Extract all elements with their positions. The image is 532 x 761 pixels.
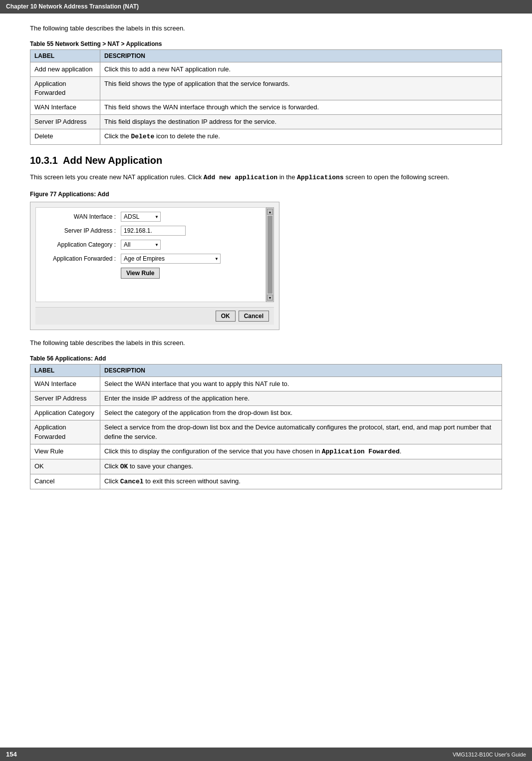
cancel-button[interactable]: Cancel: [239, 311, 269, 322]
wan-interface-select-wrapper[interactable]: ADSL: [121, 212, 161, 222]
table55-row2-label: Application Forwarded: [30, 76, 100, 100]
table56-row1-label: WAN Interface: [30, 377, 100, 391]
table56-caption: Table 56 Applications: Add: [30, 355, 502, 362]
form-row-app-category: Application Category : All: [41, 240, 261, 250]
table55-row4-desc: This field displays the destination IP a…: [100, 115, 502, 129]
table56-row7-desc: Click Cancel to exit this screen without…: [100, 474, 502, 489]
figure-77-box: WAN Interface : ADSL Server IP Address :: [30, 202, 279, 330]
table55-row1-desc: Click this to add a new NAT application …: [100, 62, 502, 76]
figure-scrollbar[interactable]: ▲ ▼: [266, 207, 274, 302]
table55-row4-label: Server IP Address: [30, 115, 100, 129]
ok-code: OK: [120, 463, 128, 470]
app-forwarded-label: Application Forwarded :: [41, 255, 121, 262]
table55-row5-label: Delete: [30, 129, 100, 144]
table55-row3-label: WAN Interface: [30, 100, 100, 115]
server-ip-input[interactable]: [121, 226, 186, 236]
footer-doc-title: VMG1312-B10C User's Guide: [453, 752, 526, 758]
page-container: Chapter 10 Network Address Translation (…: [0, 0, 532, 761]
app-forwarded-select[interactable]: Age of Empires: [121, 254, 221, 264]
table56-row7-label: Cancel: [30, 474, 100, 489]
table56-row4-label: Application Forwarded: [30, 420, 100, 444]
form-row-server-ip: Server IP Address :: [41, 226, 261, 236]
table56-row3-label: Application Category: [30, 406, 100, 420]
app-category-label: Application Category :: [41, 241, 121, 248]
form-row-view-rule: View Rule: [41, 268, 261, 279]
table-row: Delete Click the Delete icon to delete t…: [30, 129, 502, 144]
table-row: OK Click OK to save your changes.: [30, 459, 502, 474]
app-forwarded-select-wrapper[interactable]: Age of Empires: [121, 254, 221, 264]
figure-footer: OK Cancel: [35, 307, 274, 325]
delete-code: Delete: [131, 133, 154, 140]
form-row-wan: WAN Interface : ADSL: [41, 212, 261, 222]
app-category-select[interactable]: All: [121, 240, 161, 250]
ok-button[interactable]: OK: [216, 311, 236, 322]
table55-header-description: DESCRIPTION: [100, 49, 502, 62]
footer-bar: 154 VMG1312-B10C User's Guide: [0, 748, 532, 761]
table-56: LABEL DESCRIPTION WAN Interface Select t…: [30, 364, 502, 490]
cancel-code: Cancel: [120, 478, 144, 485]
table-row: WAN Interface This field shows the WAN i…: [30, 100, 502, 115]
table-55: LABEL DESCRIPTION Add new application Cl…: [30, 49, 502, 145]
figure77-caption: Figure 77 Applications: Add: [30, 191, 502, 198]
figure-spacer: [41, 283, 261, 298]
table55-caption: Table 55 Network Setting > NAT > Applica…: [30, 40, 502, 47]
table56-row2-desc: Enter the inside IP address of the appli…: [100, 391, 502, 406]
table-row: Cancel Click Cancel to exit this screen …: [30, 474, 502, 489]
table56-row6-desc: Click OK to save your changes.: [100, 459, 502, 474]
scroll-down-icon[interactable]: ▼: [267, 295, 273, 301]
figure-scroll-area: WAN Interface : ADSL Server IP Address :: [35, 207, 274, 302]
table56-row4-desc: Select a service from the drop-down list…: [100, 420, 502, 444]
table-row: WAN Interface Select the WAN interface t…: [30, 377, 502, 391]
table55-row2-desc: This field shows the type of application…: [100, 76, 502, 100]
scroll-up-icon[interactable]: ▲: [267, 209, 273, 215]
intro-paragraph-1: The following table describes the labels…: [30, 23, 502, 33]
table56-row1-desc: Select the WAN interface that you want t…: [100, 377, 502, 391]
view-rule-code: Application Fowarded: [322, 448, 400, 455]
table-row: Application Forwarded Select a service f…: [30, 420, 502, 444]
view-rule-button[interactable]: View Rule: [121, 268, 160, 279]
table-row: Application Category Select the category…: [30, 406, 502, 420]
scroll-thumb[interactable]: [267, 216, 272, 294]
wan-interface-select[interactable]: ADSL: [121, 212, 161, 222]
figure-inner: WAN Interface : ADSL Server IP Address :: [35, 207, 266, 302]
footer-page-number: 154: [6, 751, 17, 758]
main-content: The following table describes the labels…: [0, 13, 532, 748]
table56-row5-desc: Click this to display the configuration …: [100, 444, 502, 459]
intro-paragraph-2: The following table describes the labels…: [30, 338, 502, 348]
table55-header-label: LABEL: [30, 49, 100, 62]
table56-row5-label: View Rule: [30, 444, 100, 459]
table56-row3-desc: Select the category of the application f…: [100, 406, 502, 420]
section-intro: This screen lets you create new NAT appl…: [30, 172, 502, 183]
table-row: Server IP Address This field displays th…: [30, 115, 502, 129]
section-heading: 10.3.1 Add New Application: [30, 155, 502, 166]
table-row: Add new application Click this to add a …: [30, 62, 502, 76]
server-ip-label: Server IP Address :: [41, 227, 121, 234]
table55-row5-desc: Click the Delete icon to delete the rule…: [100, 129, 502, 144]
table56-header-label: LABEL: [30, 364, 100, 377]
table55-row1-label: Add new application: [30, 62, 100, 76]
table56-row2-label: Server IP Address: [30, 391, 100, 406]
table55-row3-desc: This field shows the WAN interface throu…: [100, 100, 502, 115]
header-text: Chapter 10 Network Address Translation (…: [6, 3, 139, 10]
table56-header-description: DESCRIPTION: [100, 364, 502, 377]
table-row: Application Forwarded This field shows t…: [30, 76, 502, 100]
form-row-app-forwarded: Application Forwarded : Age of Empires: [41, 254, 261, 264]
header-bar: Chapter 10 Network Address Translation (…: [0, 0, 532, 13]
wan-interface-label: WAN Interface :: [41, 213, 121, 220]
table-row: Server IP Address Enter the inside IP ad…: [30, 391, 502, 406]
table-row: View Rule Click this to display the conf…: [30, 444, 502, 459]
table56-row6-label: OK: [30, 459, 100, 474]
app-category-select-wrapper[interactable]: All: [121, 240, 161, 250]
